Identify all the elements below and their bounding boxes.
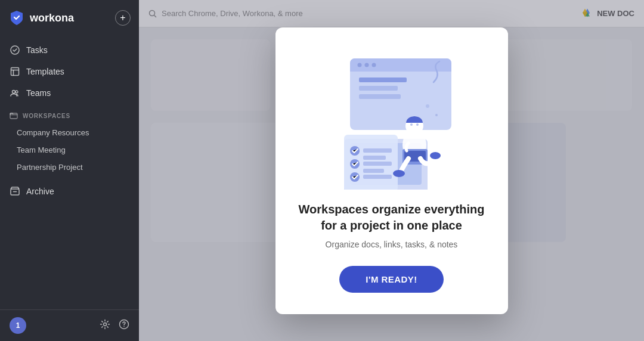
main-area: Search Chrome, Drive, Workona, & more NE… bbox=[139, 0, 644, 341]
svg-point-13 bbox=[357, 63, 361, 67]
svg-rect-1 bbox=[11, 68, 19, 76]
svg-rect-4 bbox=[10, 113, 17, 119]
svg-rect-25 bbox=[363, 148, 392, 153]
modal-overlay[interactable]: Workspaces organize everything for a pro… bbox=[139, 0, 644, 341]
onboarding-modal: Workspaces organize everything for a pro… bbox=[275, 27, 508, 314]
sidebar-item-teams[interactable]: Teams bbox=[0, 82, 139, 104]
svg-point-2 bbox=[13, 91, 16, 94]
svg-point-38 bbox=[426, 104, 429, 108]
sidebar: workona + Tasks Templates Teams bbox=[0, 0, 139, 341]
sidebar-item-tasks[interactable]: Tasks bbox=[0, 39, 139, 61]
workspace-item-partnership-project[interactable]: Partnership Project bbox=[0, 159, 139, 176]
svg-rect-17 bbox=[359, 86, 398, 91]
svg-point-37 bbox=[430, 152, 441, 159]
sidebar-item-archive[interactable]: Archive bbox=[0, 181, 139, 202]
settings-button[interactable] bbox=[100, 319, 110, 332]
svg-point-15 bbox=[371, 63, 376, 67]
svg-point-6 bbox=[104, 323, 107, 326]
sidebar-header: workona + bbox=[0, 0, 139, 36]
svg-rect-26 bbox=[363, 156, 386, 160]
svg-point-39 bbox=[435, 114, 438, 116]
modal-title: Workspaces organize everything for a pro… bbox=[292, 202, 491, 234]
templates-icon bbox=[10, 66, 20, 77]
workspace-partnership-project-label: Partnership Project bbox=[17, 163, 83, 172]
archive-icon bbox=[10, 186, 20, 197]
avatar[interactable]: 1 bbox=[10, 317, 26, 334]
sidebar-footer: 1 bbox=[0, 309, 139, 341]
svg-point-33 bbox=[416, 123, 419, 126]
svg-point-36 bbox=[393, 170, 405, 177]
svg-point-8 bbox=[123, 326, 125, 327]
workspace-company-resources-label: Company Resources bbox=[17, 128, 89, 137]
workspaces-label: WORKSPACES bbox=[23, 113, 70, 119]
modal-illustration bbox=[326, 46, 457, 190]
logo-text: workona bbox=[30, 12, 74, 24]
svg-point-32 bbox=[410, 123, 413, 126]
svg-rect-16 bbox=[359, 78, 407, 82]
sidebar-item-templates-label: Templates bbox=[26, 67, 64, 76]
settings-icon bbox=[100, 319, 110, 330]
svg-rect-18 bbox=[359, 94, 401, 99]
svg-rect-28 bbox=[363, 169, 384, 173]
footer-icons bbox=[100, 319, 129, 332]
svg-rect-29 bbox=[363, 175, 392, 179]
help-icon bbox=[119, 319, 129, 330]
logo-area: workona bbox=[8, 10, 74, 26]
sidebar-item-teams-label: Teams bbox=[26, 88, 51, 98]
workspaces-section-header: WORKSPACES bbox=[0, 107, 139, 124]
workspace-team-meeting-label: Team Meeting bbox=[17, 145, 66, 154]
workspace-item-company-resources[interactable]: Company Resources bbox=[0, 124, 139, 141]
workspace-list: Company Resources Team Meeting Partnersh… bbox=[0, 124, 139, 176]
tasks-icon bbox=[10, 45, 20, 55]
sidebar-item-templates[interactable]: Templates bbox=[0, 61, 139, 82]
avatar-text: 1 bbox=[16, 321, 20, 330]
help-button[interactable] bbox=[119, 319, 129, 332]
workona-logo-icon bbox=[8, 10, 25, 26]
svg-point-3 bbox=[16, 91, 18, 93]
sidebar-nav: Tasks Templates Teams bbox=[0, 36, 139, 107]
modal-subtitle: Organize docs, links, tasks, & notes bbox=[326, 240, 458, 249]
plus-icon: + bbox=[120, 13, 125, 23]
archive-label: Archive bbox=[26, 187, 54, 196]
workspace-item-team-meeting[interactable]: Team Meeting bbox=[0, 141, 139, 159]
im-ready-button[interactable]: I'M READY! bbox=[339, 266, 443, 293]
add-workspace-button[interactable]: + bbox=[115, 10, 131, 26]
folder-icon bbox=[10, 111, 18, 120]
teams-icon bbox=[10, 88, 20, 98]
svg-point-14 bbox=[364, 63, 369, 67]
svg-rect-27 bbox=[363, 162, 392, 166]
sidebar-item-tasks-label: Tasks bbox=[26, 45, 48, 55]
